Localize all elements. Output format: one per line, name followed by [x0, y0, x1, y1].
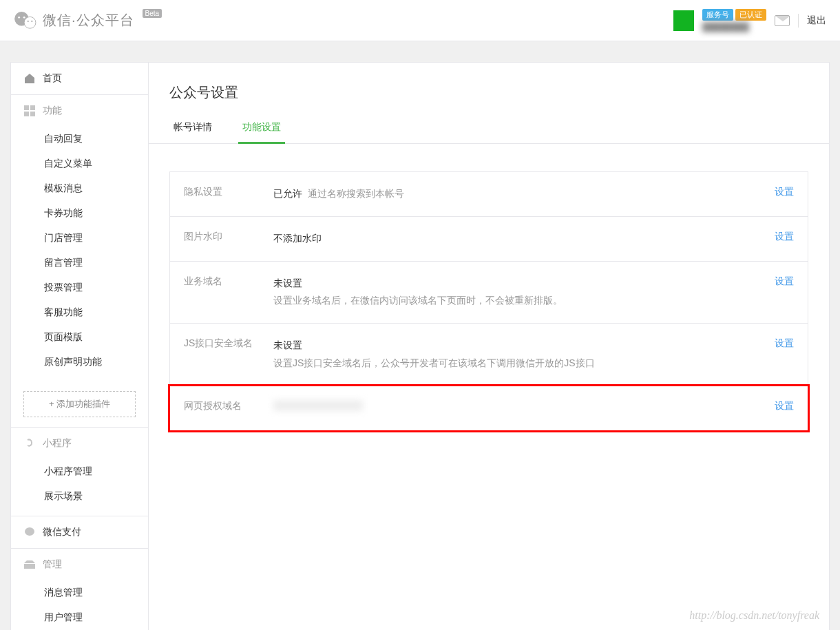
- setting-action-link[interactable]: 设置: [775, 400, 794, 412]
- setting-row-privacy: 隐私设置 已允许通过名称搜索到本帐号 设置: [170, 172, 808, 217]
- setting-label: 图片水印: [184, 231, 260, 243]
- logo-area: 微信·公众平台 Beta: [14, 11, 162, 30]
- sidebar-item-original[interactable]: 原创声明功能: [11, 350, 148, 375]
- tab-function-setting[interactable]: 功能设置: [238, 114, 285, 144]
- header: 微信·公众平台 Beta 服务号 已认证 ████████ 退出: [0, 0, 840, 41]
- sidebar-item-store[interactable]: 门店管理: [11, 226, 148, 251]
- setting-value: 已允许通过名称搜索到本帐号: [273, 186, 761, 202]
- sidebar: 首页 功能 自动回复 自定义菜单 模板消息 卡券功能 门店管理 留言管理 投票管…: [10, 62, 148, 630]
- mail-icon[interactable]: [775, 15, 790, 26]
- setting-primary: 未设置: [273, 277, 302, 288]
- sidebar-item-autoreply[interactable]: 自动回复: [11, 127, 148, 151]
- setting-secondary: 通过名称搜索到本帐号: [308, 188, 404, 199]
- badge-verified: 已认证: [735, 9, 766, 21]
- avatar[interactable]: [673, 10, 694, 31]
- sidebar-item-cs[interactable]: 客服功能: [11, 300, 148, 325]
- svg-rect-9: [30, 112, 35, 116]
- setting-value: 未设置 设置JS接口安全域名后，公众号开发者可在该域名下调用微信开放的JS接口: [273, 337, 761, 372]
- setting-row-oauthdomain: 网页授权域名 设置: [170, 386, 808, 430]
- setting-label: 网页授权域名: [184, 400, 260, 412]
- setting-label: JS接口安全域名: [184, 337, 260, 350]
- sidebar-item-comment[interactable]: 留言管理: [11, 251, 148, 275]
- setting-primary: 未设置: [273, 339, 302, 350]
- logout-link[interactable]: 退出: [807, 14, 826, 27]
- setting-row-watermark: 图片水印 不添加水印 设置: [170, 217, 808, 262]
- sidebar-miniprogram-items: 小程序管理 展示场景: [11, 459, 148, 516]
- page-title: 公众号设置: [149, 83, 829, 114]
- setting-label: 业务域名: [184, 275, 260, 288]
- svg-rect-7: [30, 105, 35, 110]
- badge-service: 服务号: [702, 9, 733, 21]
- setting-value: 未设置 设置业务域名后，在微信内访问该域名下页面时，不会被重新排版。: [273, 275, 761, 310]
- setting-primary: 已允许: [273, 188, 302, 199]
- tabs: 帐号详情 功能设置: [149, 114, 829, 144]
- sidebar-item-template[interactable]: 模板消息: [11, 176, 148, 201]
- sidebar-miniprogram-header[interactable]: 小程序: [11, 428, 148, 459]
- sidebar-item-usermanage[interactable]: 用户管理: [11, 605, 148, 630]
- svg-point-2: [18, 16, 20, 18]
- watermark: http://blog.csdn.net/tonyfreak: [689, 609, 819, 622]
- pay-icon: [23, 526, 36, 538]
- sidebar-pay[interactable]: 微信支付: [11, 516, 148, 548]
- sidebar-item-card[interactable]: 卡券功能: [11, 201, 148, 226]
- setting-action-link[interactable]: 设置: [775, 231, 794, 243]
- setting-action-link[interactable]: 设置: [775, 275, 794, 288]
- account-name-blurred: ████████: [702, 22, 766, 32]
- setting-row-bizdomain: 业务域名 未设置 设置业务域名后，在微信内访问该域名下页面时，不会被重新排版。 …: [170, 262, 808, 324]
- sidebar-features-label: 功能: [43, 105, 62, 117]
- logo-text: 微信·公众平台: [43, 11, 134, 30]
- setting-desc: 设置JS接口安全域名后，公众号开发者可在该域名下调用微信开放的JS接口: [273, 355, 761, 372]
- sidebar-manage-header[interactable]: 管理: [11, 549, 148, 580]
- svg-point-5: [31, 20, 32, 21]
- setting-row-jsdomain: JS接口安全域名 未设置 设置JS接口安全域名后，公众号开发者可在该域名下调用微…: [170, 324, 808, 386]
- grid-icon: [23, 105, 36, 117]
- sidebar-features-header[interactable]: 功能: [11, 95, 148, 127]
- svg-point-1: [24, 17, 36, 28]
- home-icon: [23, 72, 36, 85]
- svg-rect-11: [24, 563, 35, 564]
- header-right: 服务号 已认证 ████████ 退出: [673, 9, 826, 32]
- manage-icon: [23, 558, 36, 571]
- setting-action-link[interactable]: 设置: [775, 337, 794, 350]
- sidebar-manage-items: 消息管理 用户管理 素材管理: [11, 580, 148, 630]
- sidebar-item-vote[interactable]: 投票管理: [11, 275, 148, 300]
- setting-label: 隐私设置: [184, 186, 260, 198]
- add-plugin-button[interactable]: + 添加功能插件: [23, 391, 136, 417]
- setting-action-link[interactable]: 设置: [775, 186, 794, 198]
- svg-point-10: [25, 527, 34, 536]
- sidebar-item-mpmanage[interactable]: 小程序管理: [11, 459, 148, 484]
- tab-account-detail[interactable]: 帐号详情: [169, 114, 216, 144]
- sidebar-home[interactable]: 首页: [11, 63, 148, 94]
- settings-table: 隐私设置 已允许通过名称搜索到本帐号 设置 图片水印 不添加水印 设置 业务域名…: [169, 171, 808, 431]
- wechat-icon: [14, 11, 37, 30]
- svg-rect-6: [24, 105, 29, 110]
- beta-badge: Beta: [143, 9, 162, 18]
- setting-primary: 不添加水印: [273, 233, 322, 244]
- sidebar-home-label: 首页: [43, 72, 62, 85]
- sidebar-miniprogram-label: 小程序: [43, 437, 72, 450]
- sidebar-item-custommenu[interactable]: 自定义菜单: [11, 151, 148, 176]
- sidebar-item-mpscene[interactable]: 展示场景: [11, 484, 148, 509]
- setting-value: 不添加水印: [273, 231, 761, 247]
- svg-point-3: [23, 16, 25, 18]
- sidebar-pay-label: 微信支付: [43, 526, 81, 538]
- divider: [798, 14, 799, 28]
- setting-desc: 设置业务域名后，在微信内访问该域名下页面时，不会被重新排版。: [273, 293, 761, 309]
- svg-point-4: [28, 20, 29, 21]
- sidebar-item-msgmanage[interactable]: 消息管理: [11, 580, 148, 605]
- main-content: 公众号设置 帐号详情 功能设置 隐私设置 已允许通过名称搜索到本帐号 设置 图片…: [148, 62, 830, 630]
- miniprogram-icon: [23, 437, 36, 450]
- svg-rect-8: [24, 112, 29, 116]
- sidebar-item-pagetpl[interactable]: 页面模版: [11, 325, 148, 350]
- setting-value: [273, 400, 761, 417]
- sidebar-features-items: 自动回复 自定义菜单 模板消息 卡券功能 门店管理 留言管理 投票管理 客服功能…: [11, 127, 148, 381]
- setting-blurred-value: [273, 400, 363, 411]
- sidebar-manage-label: 管理: [43, 558, 62, 571]
- account-badges: 服务号 已认证 ████████: [702, 9, 766, 32]
